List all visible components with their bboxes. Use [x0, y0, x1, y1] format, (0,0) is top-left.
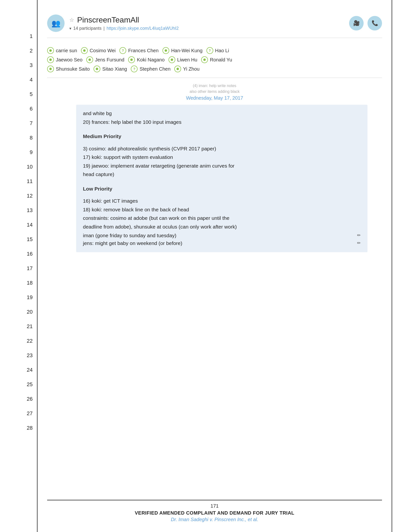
- msg-line-koki-16: 16) koki: get ICT images: [83, 197, 361, 205]
- participant-status-icon: [81, 47, 88, 54]
- video-call-button[interactable]: 🎥: [349, 16, 364, 30]
- participants-section: carrie sun Cosimo Wei ? Frances Chen Han…: [47, 43, 382, 78]
- msg-jens-text: jens: might get baby on weekend (or befo…: [83, 239, 182, 247]
- participant-name: Liwen Hu: [177, 57, 197, 63]
- line-25: 25: [0, 377, 37, 392]
- skype-group-header: 👥 ☆ PinscreenTeamAll ▾ 14 participants |…: [47, 15, 382, 38]
- participant-status-icon: [86, 56, 93, 63]
- line-13: 13: [0, 203, 37, 218]
- line-21: 21: [0, 319, 37, 334]
- participant-status-icon: [47, 56, 54, 63]
- participant-cosimo-wei[interactable]: Cosimo Wei: [81, 47, 116, 54]
- participant-frances-chen[interactable]: ? Frances Chen: [120, 47, 159, 54]
- footer-title: VERIFIED AMENDED COMPLAINT AND DEMAND FO…: [47, 510, 382, 516]
- participant-jaewoo-seo[interactable]: Jaewoo Seo: [47, 56, 83, 63]
- line-7: 7: [0, 116, 37, 131]
- msg-line-and-white-bg: and white bg: [83, 110, 361, 117]
- right-margin: [392, 0, 411, 532]
- participant-status-icon: [174, 66, 181, 72]
- line-11: 11: [0, 174, 37, 189]
- participant-sitao-xiang[interactable]: Sitao Xiang: [93, 66, 127, 72]
- line-15: 15: [0, 232, 37, 247]
- skype-header-left: 👥 ☆ PinscreenTeamAll ▾ 14 participants |…: [47, 15, 179, 32]
- msg-line-frances: 20) frances: help label the 100 input im…: [83, 118, 361, 126]
- participant-ronald-yu[interactable]: Ronald Yu: [201, 56, 232, 63]
- participant-name: Koki Nagano: [137, 57, 165, 63]
- msg-section-medium: Medium Priority: [83, 133, 361, 141]
- participant-han-wei-kung[interactable]: Han-Wei Kung: [162, 47, 203, 54]
- edit-icon-jens[interactable]: ✏: [357, 240, 361, 247]
- line-27: 27: [0, 406, 37, 421]
- participant-name: Ronald Yu: [210, 57, 232, 63]
- msg-line-constraints: constraints: cosimo at adobe (but can wo…: [83, 214, 361, 222]
- participant-shunsuke-saito[interactable]: Shunsuke Saito: [47, 66, 90, 72]
- participant-name: Han-Wei Kung: [171, 48, 203, 53]
- group-title-row: ☆ PinscreenTeamAll: [69, 16, 179, 24]
- participant-status-icon: [93, 66, 100, 72]
- star-icon[interactable]: ☆: [69, 17, 74, 23]
- participant-status-icon: ?: [206, 47, 213, 54]
- phone-icon: 📞: [372, 20, 378, 26]
- participant-name: Hao Li: [215, 48, 229, 53]
- main-content: 👥 ☆ PinscreenTeamAll ▾ 14 participants |…: [37, 0, 392, 532]
- participant-status-icon: [47, 47, 54, 54]
- participant-stephen-chen[interactable]: ? Stephen Chen: [131, 66, 170, 72]
- chat-area: (4) iman: help write notes also other it…: [47, 84, 382, 500]
- participant-status-icon: ?: [120, 47, 126, 54]
- participant-name: Cosimo Wei: [90, 48, 116, 53]
- line-9: 9: [0, 145, 37, 160]
- line-28: 28: [0, 421, 37, 435]
- participant-name: Jaewoo Seo: [56, 57, 83, 63]
- msg-line-constraints-cont: deadline from adobe), shunsuke at oculus…: [83, 223, 361, 231]
- participant-jens-fursund[interactable]: Jens Fursund: [86, 56, 124, 63]
- participant-hao-li[interactable]: ? Hao Li: [206, 47, 229, 54]
- page-footer: 171 VERIFIED AMENDED COMPLAINT AND DEMAN…: [47, 500, 382, 522]
- video-icon: 🎥: [353, 20, 360, 26]
- participants-row-1: carrie sun Cosimo Wei ? Frances Chen Han…: [47, 47, 382, 54]
- msg-line-cosimo: 3) cosimo: add photorealistic synthesis …: [83, 145, 361, 153]
- line-16: 16: [0, 247, 37, 261]
- msg-line-jaewoo: 19) jaewoo: implement avatar retargeting…: [83, 162, 361, 170]
- participant-koki-nagano[interactable]: Koki Nagano: [128, 56, 165, 63]
- participant-name: Shunsuke Saito: [56, 66, 90, 72]
- line-22: 22: [0, 334, 37, 348]
- line-10: 10: [0, 160, 37, 174]
- line-6: 6: [0, 102, 37, 116]
- participants-row-2: Jaewoo Seo Jens Fursund Koki Nagano Liwe…: [47, 56, 382, 63]
- participant-status-icon: [162, 47, 169, 54]
- faded-message-1: (4) iman: help write notes: [47, 84, 382, 88]
- participant-name: Jens Fursund: [95, 57, 124, 63]
- chevron-down-icon[interactable]: ▾: [69, 26, 71, 31]
- line-4: 4: [0, 73, 37, 87]
- participant-liwen-hu[interactable]: Liwen Hu: [168, 56, 197, 63]
- group-meta: ▾ 14 participants | https://join.skype.c…: [69, 26, 179, 31]
- footer-page-number: 171: [47, 503, 382, 509]
- line-14: 14: [0, 218, 37, 232]
- group-avatar: 👥: [47, 15, 65, 32]
- participant-name: Stephen Chen: [140, 66, 170, 72]
- participant-name: Frances Chen: [128, 48, 159, 53]
- participant-yi-zhou[interactable]: Yi Zhou: [174, 66, 199, 72]
- faded-message-2: also other items adding black: [47, 89, 382, 94]
- participant-status-icon: [47, 66, 54, 72]
- date-divider: Wednesday, May 17, 2017: [47, 95, 382, 101]
- participant-carrie-sun[interactable]: carrie sun: [47, 47, 77, 54]
- group-link[interactable]: https://join.skype.com/L4Iuq1aWUhI2: [107, 26, 179, 31]
- participant-status-icon: [201, 56, 208, 63]
- participant-status-icon: [128, 56, 135, 63]
- participant-name: carrie sun: [56, 48, 77, 53]
- participant-count: 14 participants: [73, 26, 102, 31]
- line-26: 26: [0, 392, 37, 406]
- line-24: 24: [0, 363, 37, 377]
- group-name: PinscreenTeamAll: [77, 16, 139, 24]
- line-numbers-margin: 1 2 3 4 5 6 7 8 9 10 11 12 13 14 15 16 1…: [0, 0, 37, 532]
- audio-call-button[interactable]: 📞: [367, 16, 382, 30]
- msg-line-koki-18: 18) koki: remove black line on the back …: [83, 206, 361, 214]
- line-2: 2: [0, 44, 37, 58]
- line-19: 19: [0, 290, 37, 305]
- participant-status-icon: ?: [131, 66, 138, 72]
- footer-subtitle: Dr. Iman Sadeghi v. Pinscreen Inc., et a…: [47, 517, 382, 522]
- edit-icon-iman[interactable]: ✏: [357, 232, 361, 239]
- line-20: 20: [0, 305, 37, 319]
- msg-line-jens: jens: might get baby on weekend (or befo…: [83, 239, 361, 247]
